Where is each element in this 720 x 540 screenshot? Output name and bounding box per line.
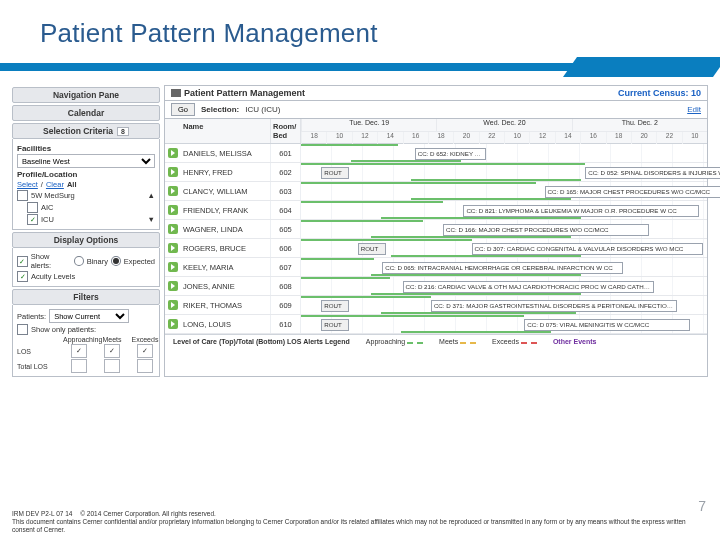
timeline-event[interactable]: CC: D 165: MAJOR CHEST PROCEDURES W/O CC…	[545, 186, 720, 198]
timeline-event[interactable]: CC: D 371: MAJOR GASTROINTESTINAL DISORD…	[431, 300, 677, 312]
nav-pane-header[interactable]: Navigation Pane	[12, 87, 160, 103]
expand-icon[interactable]	[168, 224, 178, 234]
timeline-event[interactable]: CC: D 166: MAJOR CHEST PROCEDURES W/O CC…	[443, 224, 649, 236]
hour-tick: 10	[682, 132, 707, 144]
tree-item-aic[interactable]: AIC	[17, 202, 155, 213]
patients-select[interactable]: Show Current	[49, 309, 129, 323]
timeline-grid: Name Room/ Bed Tue. Dec. 19Wed. Dec. 20T…	[165, 119, 707, 334]
filter-total-approaching[interactable]	[71, 359, 87, 373]
timeline-lane[interactable]: CC: D 652: KIDNEY TRANSPLANT	[301, 144, 707, 162]
filters-header[interactable]: Filters	[12, 289, 160, 305]
timeline-event[interactable]: CC: D 216: CARDIAC VALVE & OTH MAJ CARDI…	[403, 281, 654, 293]
expand-icon[interactable]	[168, 243, 178, 253]
hour-tick: 10	[504, 132, 529, 144]
timeline-lane[interactable]: CC: D 821: LYMPHOMA & LEUKEMIA W MAJOR O…	[301, 201, 707, 219]
col-name-header[interactable]: Name	[181, 119, 271, 143]
timeline-event[interactable]: CC: D 075: VIRAL MENINGITIS W CC/MCC	[524, 319, 690, 331]
app-icon	[171, 89, 181, 97]
table-row[interactable]: FRIENDLY, FRANK 604 CC: D 821: LYMPHOMA …	[165, 201, 707, 220]
expand-icon[interactable]	[168, 281, 178, 291]
patient-name: FRIENDLY, FRANK	[181, 201, 271, 219]
app-screenshot: Navigation Pane Calendar Selection Crite…	[12, 85, 708, 377]
legend-meets-icon	[460, 342, 476, 344]
select-link[interactable]: Select	[17, 180, 38, 189]
radio-expected[interactable]	[111, 256, 121, 266]
all-label: All	[67, 180, 77, 189]
checkbox-acuity[interactable]	[17, 271, 28, 282]
room-number: 602	[271, 163, 301, 181]
col-room-header[interactable]: Room/ Bed	[271, 119, 301, 143]
expand-icon[interactable]	[168, 148, 178, 158]
hour-tick: 20	[453, 132, 478, 144]
timeline-event[interactable]: CC: D 307: CARDIAC CONGENITAL & VALVULAR…	[472, 243, 703, 255]
slide-footer: IRM DEV P2-L 07 14 © 2014 Cerner Corpora…	[12, 510, 708, 534]
criteria-panel: Facilities Baseline West Profile/Locatio…	[12, 139, 160, 230]
table-row[interactable]: LONG, LOUIS 610 ROUTCC: D 075: VIRAL MEN…	[165, 315, 707, 334]
expand-icon[interactable]	[168, 262, 178, 272]
filter-los-meets[interactable]: ✓	[104, 344, 120, 358]
timeline-event[interactable]: CC: D 821: LYMPHOMA & LEUKEMIA W MAJOR O…	[463, 205, 699, 217]
timeline-event[interactable]: CC: D 652: KIDNEY TRANSPLANT	[415, 148, 486, 160]
filter-total-exceeds[interactable]	[137, 359, 153, 373]
hour-tick: 20	[631, 132, 656, 144]
table-row[interactable]: HENRY, FRED 602 ROUTCC: D 052: SPINAL DI…	[165, 163, 707, 182]
facility-select[interactable]: Baseline West	[17, 154, 155, 168]
table-row[interactable]: WAGNER, LINDA 605 CC: D 166: MAJOR CHEST…	[165, 220, 707, 239]
selection-criteria-header[interactable]: Selection Criteria 8	[12, 123, 160, 139]
hour-tick: 12	[352, 132, 377, 144]
show-alerts-label: Show alerts:	[31, 252, 71, 270]
table-row[interactable]: KEELY, MARIA 607 CC: D 065: INTRACRANIAL…	[165, 258, 707, 277]
table-row[interactable]: CLANCY, WILLIAM 603 CC: D 165: MAJOR CHE…	[165, 182, 707, 201]
hour-tick: 22	[479, 132, 504, 144]
expand-icon[interactable]	[168, 205, 178, 215]
timeline-lane[interactable]: ROUTCC: D 052: SPINAL DISORDERS & INJURI…	[301, 163, 707, 181]
hour-tick: 18	[606, 132, 631, 144]
timeline-lane[interactable]: ROUTCC: D 307: CARDIAC CONGENITAL & VALV…	[301, 239, 707, 257]
go-button[interactable]: Go	[171, 103, 195, 116]
filter-total-meets[interactable]	[104, 359, 120, 373]
checkbox-icon[interactable]	[27, 202, 38, 213]
timeline-header: Tue. Dec. 19Wed. Dec. 20Thu. Dec. 2 1810…	[301, 119, 707, 143]
timeline-event[interactable]: ROUT	[358, 243, 386, 255]
calendar-header[interactable]: Calendar	[12, 105, 160, 121]
display-options-header[interactable]: Display Options	[12, 232, 160, 248]
tree-item-medsurg[interactable]: 5W MedSurg▲	[17, 190, 155, 201]
tree-item-icu[interactable]: ICU▼	[17, 214, 155, 225]
hour-tick: 16	[580, 132, 605, 144]
filter-los-approaching[interactable]: ✓	[71, 344, 87, 358]
timeline-lane[interactable]: ROUTCC: D 371: MAJOR GASTROINTESTINAL DI…	[301, 296, 707, 314]
filter-los-exceeds[interactable]: ✓	[137, 344, 153, 358]
timeline-lane[interactable]: CC: D 166: MAJOR CHEST PROCEDURES W/O CC…	[301, 220, 707, 238]
slide-title: Patient Pattern Management	[0, 0, 720, 55]
room-number: 610	[271, 315, 301, 333]
expand-icon[interactable]	[168, 186, 178, 196]
legend-exceeds-icon	[521, 342, 537, 344]
checkbox-show-alerts[interactable]	[17, 256, 28, 267]
expand-icon[interactable]	[168, 319, 178, 329]
checkbox-icon[interactable]	[17, 190, 28, 201]
table-row[interactable]: JONES, ANNIE 608 CC: D 216: CARDIAC VALV…	[165, 277, 707, 296]
timeline-lane[interactable]: ROUTCC: D 075: VIRAL MENINGITIS W CC/MCC	[301, 315, 707, 333]
expand-icon[interactable]	[168, 167, 178, 177]
table-row[interactable]: RIKER, THOMAS 609 ROUTCC: D 371: MAJOR G…	[165, 296, 707, 315]
radio-binary[interactable]	[74, 256, 84, 266]
table-row[interactable]: DANIELS, MELISSA 601 CC: D 652: KIDNEY T…	[165, 144, 707, 163]
timeline-event[interactable]: ROUT	[321, 167, 349, 179]
day-header: Tue. Dec. 19	[301, 119, 436, 131]
profile-location-label: Profile/Location	[17, 170, 155, 179]
checkbox-checked-icon[interactable]	[27, 214, 38, 225]
expand-icon[interactable]	[168, 300, 178, 310]
table-row[interactable]: ROGERS, BRUCE 606 ROUTCC: D 307: CARDIAC…	[165, 239, 707, 258]
timeline-event[interactable]: ROUT	[321, 300, 349, 312]
timeline-event[interactable]: CC: D 065: INTRACRANIAL HEMORRHAGE OR CE…	[382, 262, 623, 274]
timeline-lane[interactable]: CC: D 165: MAJOR CHEST PROCEDURES W/O CC…	[301, 182, 707, 200]
edit-link[interactable]: Edit	[687, 105, 701, 114]
clear-link[interactable]: Clear	[46, 180, 64, 189]
timeline-event[interactable]: ROUT	[321, 319, 349, 331]
display-options-panel: Show alerts: Binary Expected Acuity Leve…	[12, 248, 160, 287]
timeline-lane[interactable]: CC: D 065: INTRACRANIAL HEMORRHAGE OR CE…	[301, 258, 707, 276]
patient-name: CLANCY, WILLIAM	[181, 182, 271, 200]
checkbox-only-patients[interactable]	[17, 324, 28, 335]
timeline-lane[interactable]: CC: D 216: CARDIAC VALVE & OTH MAJ CARDI…	[301, 277, 707, 295]
timeline-event[interactable]: CC: D 052: SPINAL DISORDERS & INJURIES W…	[585, 167, 720, 179]
